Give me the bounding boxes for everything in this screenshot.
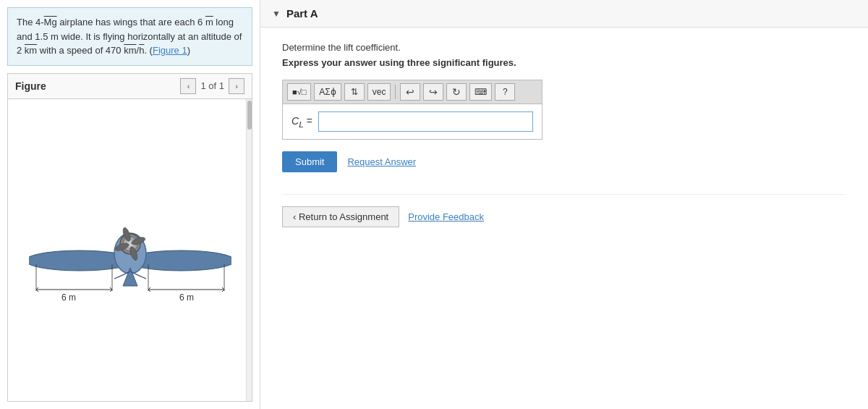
toolbar-greek-button[interactable]: ΑΣϕ xyxy=(314,83,341,101)
part-content: Determine the lift coefficient. Express … xyxy=(260,28,868,242)
problem-statement: The 4-Mg airplane has wings that are eac… xyxy=(7,7,252,66)
toolbar-keyboard-button[interactable]: ⌨ xyxy=(469,83,492,101)
action-row: Submit Request Answer xyxy=(282,151,846,172)
unit-km1: km xyxy=(25,45,37,56)
figure-next-button[interactable]: › xyxy=(229,78,244,94)
refresh-icon: ↻ xyxy=(452,86,461,98)
figure-header: Figure ‹ 1 of 1 › xyxy=(8,74,252,99)
toolbar-arrow-button[interactable]: ⇅ xyxy=(344,83,365,101)
figure-link[interactable]: Figure 1 xyxy=(153,45,187,56)
part-label: Part A xyxy=(286,7,318,20)
unit-mg: Mg xyxy=(44,17,57,28)
toolbar-redo-button[interactable]: ↪ xyxy=(423,83,443,101)
undo-icon: ↩ xyxy=(406,86,414,98)
arrow-icon: ⇅ xyxy=(351,87,358,97)
keyboard-icon: ⌨ xyxy=(475,87,487,97)
figure-title: Figure xyxy=(15,80,46,92)
math-variable-label: CL = xyxy=(292,115,312,129)
unit-h: h xyxy=(139,45,144,56)
greek-symbols-icon: ΑΣϕ xyxy=(319,87,336,97)
figure-page-indicator: 1 of 1 xyxy=(200,80,224,91)
figure-nav: ‹ 1 of 1 › xyxy=(180,78,244,94)
figure-scrollbar-thumb[interactable] xyxy=(247,101,252,130)
figure-section: Figure ‹ 1 of 1 › xyxy=(7,73,252,402)
part-header: ▼ Part A xyxy=(260,0,868,28)
help-label: ? xyxy=(503,87,508,97)
math-input-row: CL = xyxy=(283,104,542,139)
toolbar-help-button[interactable]: ? xyxy=(495,83,515,101)
right-panel: ▼ Part A Determine the lift coefficient.… xyxy=(260,0,868,409)
left-panel: The 4-Mg airplane has wings that are eac… xyxy=(0,0,260,409)
figure-scrollbar[interactable] xyxy=(246,99,252,402)
submit-button[interactable]: Submit xyxy=(282,151,337,172)
bold-instruction: Express your answer using three signific… xyxy=(282,57,846,68)
provide-feedback-button[interactable]: Provide Feedback xyxy=(408,211,484,222)
airplane-illustration: 6 m 6 m xyxy=(29,192,231,308)
fraction-root-icon: ■√□ xyxy=(292,88,306,96)
request-answer-button[interactable]: Request Answer xyxy=(347,156,416,167)
return-to-assignment-button[interactable]: ‹ Return to Assignment xyxy=(282,206,399,227)
toolbar-separator-1 xyxy=(395,85,396,99)
svg-text:6 m: 6 m xyxy=(179,292,193,303)
toolbar-vec-button[interactable]: vec xyxy=(367,83,391,101)
instruction-text: Determine the lift coefficient. xyxy=(282,42,846,53)
vec-label: vec xyxy=(373,87,386,97)
toolbar-undo-button[interactable]: ↩ xyxy=(400,83,420,101)
bottom-nav: ‹ Return to Assignment Provide Feedback xyxy=(282,194,846,227)
math-toolbar: ■√□ ΑΣϕ ⇅ vec ↩ ↪ ↻ xyxy=(283,80,542,104)
figure-prev-button[interactable]: ‹ xyxy=(180,78,196,94)
svg-text:6 m: 6 m xyxy=(61,292,75,303)
redo-icon: ↪ xyxy=(429,86,438,98)
collapse-arrow-icon[interactable]: ▼ xyxy=(272,9,281,19)
unit-m1: m xyxy=(205,17,213,28)
figure-content: 6 m 6 m xyxy=(8,99,252,402)
unit-km2: km xyxy=(124,45,136,56)
toolbar-refresh-button[interactable]: ↻ xyxy=(446,83,467,101)
math-answer-input[interactable] xyxy=(318,111,533,132)
toolbar-fraction-button[interactable]: ■√□ xyxy=(287,83,311,101)
math-input-box: ■√□ ΑΣϕ ⇅ vec ↩ ↪ ↻ xyxy=(282,80,542,140)
